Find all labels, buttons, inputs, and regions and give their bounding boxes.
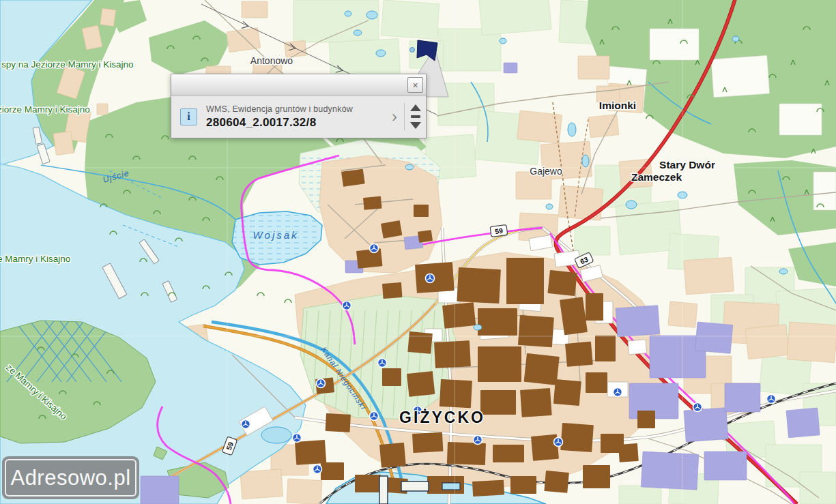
adresowo-watermark: Adresowo.pl (2, 456, 139, 499)
allotment-gardens (300, 295, 456, 419)
close-icon[interactable]: × (407, 77, 423, 93)
popup-text: WMS, Ewidencja gruntów i budynków 280604… (206, 104, 389, 130)
lake-label-wojsak: Wojsak (253, 229, 298, 241)
popup-scroll-controls (404, 103, 423, 130)
parcel-id: 280604_2.0017.32/8 (206, 116, 389, 130)
popup-header[interactable]: × (171, 74, 426, 95)
expand-chevron-icon[interactable]: › (392, 110, 397, 123)
info-popup: × i WMS, Ewidencja gruntów i budynków 28… (171, 74, 427, 138)
place-label-gajewo: Gajewo (530, 166, 562, 177)
small-pond (410, 48, 415, 53)
scroll-up-icon[interactable] (410, 104, 421, 111)
scroll-thumb[interactable] (411, 115, 420, 118)
place-label-gizycko: GIŻYCKO (399, 409, 485, 426)
lake-label-mid: ziorze Mamry i Kisajno (0, 104, 90, 115)
info-icon: i (180, 108, 197, 125)
place-label-stary-dwor: Stary Dwór (659, 159, 715, 171)
place-label-imionki: Imionki (599, 100, 636, 111)
road-shield-59-central: 59 (490, 225, 508, 237)
lake-label-top: spy na Jeziorze Mamry i Kisajno (1, 59, 134, 70)
scroll-down-icon[interactable] (410, 122, 421, 129)
lake-label-low: e Mamry i Kisajno (0, 254, 70, 264)
road-shield-label: 59 (494, 226, 503, 235)
popup-body: i WMS, Ewidencja gruntów i budynków 2806… (171, 95, 426, 138)
map-viewport[interactable]: 59 59 63 spy na Jeziorze Mamry i Kisajno… (0, 0, 836, 504)
place-label-antonowo: Antonowo (250, 55, 293, 66)
place-label-zameczek: Zameczek (631, 171, 682, 183)
adresowo-watermark-label: Adresowo.pl (5, 459, 136, 496)
wms-source-label: WMS, Ewidencja gruntów i budynków (206, 104, 389, 114)
